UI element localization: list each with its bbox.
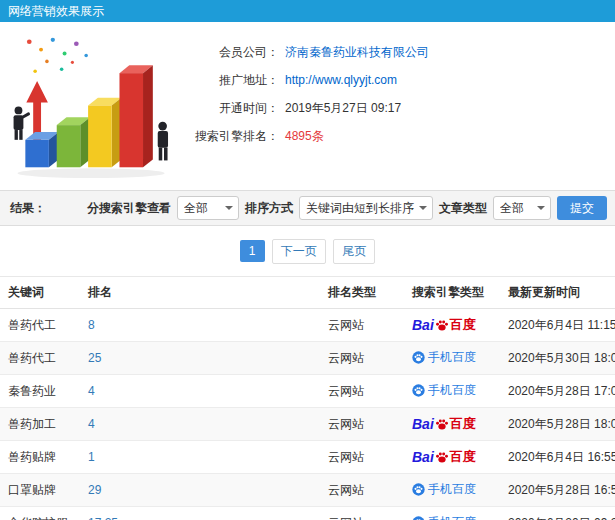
ranking-count-suffix: 条 <box>312 129 324 143</box>
update-time-cell: 2020年5月30日 18:06 <box>500 342 615 375</box>
update-time-cell: 2020年6月4日 11:15 <box>500 309 615 342</box>
page-header: 网络营销效果展示 <box>0 0 615 22</box>
pagination-next[interactable]: 下一页 <box>272 239 326 264</box>
baidu-mobile-logo: 手机百度 <box>412 382 476 399</box>
open-time-label: 开通时间： <box>183 94 279 122</box>
keyword-cell: 秦鲁药业 <box>0 375 80 408</box>
rank-link[interactable]: 4 <box>88 417 95 431</box>
bar-yellow <box>88 98 121 168</box>
member-company-link[interactable]: 济南秦鲁药业科技有限公司 <box>285 45 429 59</box>
rank-type-cell: 云网站 <box>320 441 404 474</box>
baidu-pc-logo: Bai百度 <box>412 316 476 334</box>
member-company-label: 会员公司： <box>183 38 279 66</box>
baidu-cn-wordmark: 百度 <box>450 415 476 433</box>
column-header-keyword: 关键词 <box>0 277 80 309</box>
table-row: 兽药加工4云网站Bai百度2020年5月28日 18:03 <box>0 408 615 441</box>
rank-cell: 25 <box>80 342 320 375</box>
rank-type-cell: 云网站 <box>320 474 404 507</box>
baidu-cn-wordmark: 百度 <box>450 316 476 334</box>
rank-link[interactable]: 8 <box>88 318 95 332</box>
baidu-paw-icon <box>435 318 449 332</box>
promo-url-link[interactable]: http://www.qlyyjt.com <box>285 73 397 87</box>
update-time-cell: 2020年5月28日 16:55 <box>500 474 615 507</box>
mobile-baidu-icon <box>412 351 425 364</box>
rank-type-cell: 云网站 <box>320 342 404 375</box>
rank-cell: 4 <box>80 408 320 441</box>
ranking-count-label: 搜索引擎排名： <box>183 122 279 150</box>
baidu-cn-wordmark: 百度 <box>450 448 476 466</box>
mobile-baidu-icon <box>412 483 425 496</box>
update-time-cell: 2020年6月4日 16:55 <box>500 441 615 474</box>
keyword-cell: 兽药代工 <box>0 309 80 342</box>
engine-filter-select[interactable]: 全部 <box>177 196 239 220</box>
mobile-baidu-label: 手机百度 <box>428 481 476 498</box>
update-time-cell: 2020年6月20日 09:25 <box>500 507 615 520</box>
mobile-baidu-label: 手机百度 <box>428 349 476 366</box>
baidu-wordmark: Bai <box>412 317 434 333</box>
rank-cell: 8 <box>80 309 320 342</box>
pagination-page-1[interactable]: 1 <box>240 240 265 262</box>
table-row: 兽药代工8云网站Bai百度2020年6月4日 11:15 <box>0 309 615 342</box>
ranking-table: 关键词 排名 排名类型 搜索引擎类型 最新更新时间 兽药代工8云网站Bai百度2… <box>0 276 615 520</box>
article-type-select[interactable]: 全部 <box>493 196 551 220</box>
baidu-paw-icon <box>435 417 449 431</box>
update-time-cell: 2020年5月28日 17:02 <box>500 375 615 408</box>
businessman-left <box>14 106 31 139</box>
pagination-last[interactable]: 尾页 <box>333 239 375 264</box>
profile-section: 会员公司： 济南秦鲁药业科技有限公司 推广地址： http://www.qlyy… <box>0 22 615 190</box>
table-header-row: 关键词 排名 排名类型 搜索引擎类型 最新更新时间 <box>0 277 615 309</box>
ranking-count-row: 搜索引擎排名： 4895条 <box>183 122 429 150</box>
rank-cell: 17,25 <box>80 507 320 520</box>
mobile-baidu-label: 手机百度 <box>428 382 476 399</box>
engine-filter-wrap: 全部 <box>177 196 239 220</box>
open-time-value: 2019年5月27日 09:17 <box>285 94 401 122</box>
rank-link[interactable]: 4 <box>88 384 95 398</box>
engine-cell: 手机百度 <box>404 342 500 375</box>
submit-button[interactable]: 提交 <box>557 196 607 220</box>
keyword-cell: 兽药代工 <box>0 342 80 375</box>
filter-controls: 分搜索引擎查看 全部 排序方式 关键词由短到长排序 文章类型 全部 提交 <box>87 196 607 220</box>
result-label: 结果： <box>10 200 46 217</box>
pagination: 1 下一页 尾页 <box>0 226 615 276</box>
baidu-mobile-logo: 手机百度 <box>412 481 476 498</box>
rank-type-cell: 云网站 <box>320 507 404 520</box>
sort-select-wrap: 关键词由短到长排序 <box>299 196 433 220</box>
chart-illustration <box>6 30 181 182</box>
baidu-wordmark: Bai <box>412 449 434 465</box>
baidu-mobile-logo: 手机百度 <box>412 349 476 366</box>
engine-cell: Bai百度 <box>404 441 500 474</box>
column-header-rank: 排名 <box>80 277 320 309</box>
rank-link[interactable]: 29 <box>88 483 101 497</box>
keyword-cell: 金华防护服 <box>0 507 80 520</box>
column-header-engine-type: 搜索引擎类型 <box>404 277 500 309</box>
bar-red <box>119 65 152 167</box>
rank-cell: 1 <box>80 441 320 474</box>
member-info: 会员公司： 济南秦鲁药业科技有限公司 推广地址： http://www.qlyy… <box>183 30 429 186</box>
rank-type-cell: 云网站 <box>320 408 404 441</box>
rank-cell: 29 <box>80 474 320 507</box>
rank-link[interactable]: 17,25 <box>88 516 118 520</box>
engine-filter-label: 分搜索引擎查看 <box>87 200 171 217</box>
rank-cell: 4 <box>80 375 320 408</box>
baidu-pc-logo: Bai百度 <box>412 448 476 466</box>
mobile-baidu-label: 手机百度 <box>428 514 476 520</box>
results-tbody: 兽药代工8云网站Bai百度2020年6月4日 11:15兽药代工25云网站手机百… <box>0 309 615 520</box>
table-row: 兽药贴牌1云网站Bai百度2020年6月4日 16:55 <box>0 441 615 474</box>
rank-link[interactable]: 25 <box>88 351 101 365</box>
article-type-label: 文章类型 <box>439 200 487 217</box>
sort-select[interactable]: 关键词由短到长排序 <box>299 196 433 220</box>
rank-link[interactable]: 1 <box>88 450 95 464</box>
table-row: 兽药代工25云网站手机百度2020年5月30日 18:06 <box>0 342 615 375</box>
promo-url-row: 推广地址： http://www.qlyyjt.com <box>183 66 429 94</box>
bar-green <box>57 117 90 167</box>
baidu-wordmark: Bai <box>412 416 434 432</box>
keyword-cell: 兽药贴牌 <box>0 441 80 474</box>
engine-cell: 手机百度 <box>404 474 500 507</box>
article-type-wrap: 全部 <box>493 196 551 220</box>
update-time-cell: 2020年5月28日 18:03 <box>500 408 615 441</box>
table-row: 金华防护服17,25云网站手机百度2020年6月20日 09:25 <box>0 507 615 520</box>
member-company-row: 会员公司： 济南秦鲁药业科技有限公司 <box>183 38 429 66</box>
mobile-baidu-icon <box>412 384 425 397</box>
keyword-cell: 口罩贴牌 <box>0 474 80 507</box>
rank-type-cell: 云网站 <box>320 375 404 408</box>
